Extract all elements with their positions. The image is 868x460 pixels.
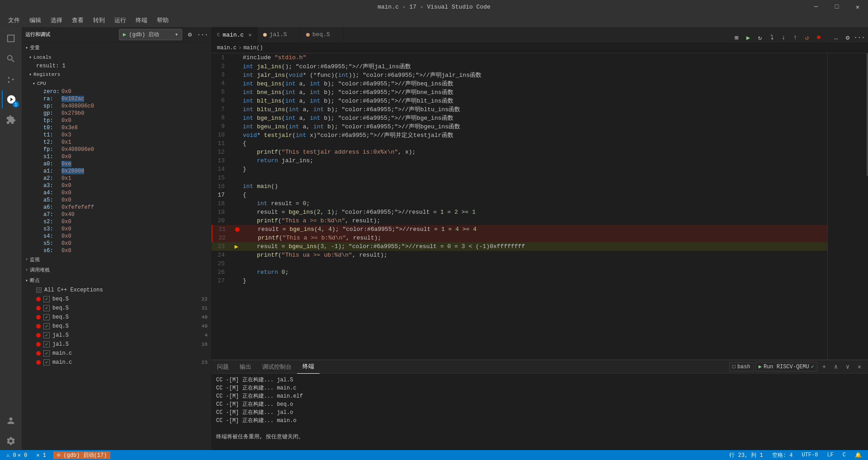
debug-config-selector[interactable]: ▶ (gdb) 启动 ▾ — [119, 29, 182, 40]
status-feedback[interactable]: 🔔 — [853, 452, 863, 459]
split-editor-btn[interactable]: ⚙ — [843, 33, 853, 42]
panel-up-btn[interactable]: ∧ — [831, 362, 841, 372]
breakpoint-checkbox[interactable]: ✓ — [43, 341, 50, 347]
menu-help[interactable]: 帮助 — [153, 14, 172, 26]
breakpoint-item[interactable]: ✓ beq.S 31 — [25, 304, 211, 313]
panel-tab-debug-console[interactable]: 调试控制台 — [257, 360, 297, 374]
breakpoint-checkbox[interactable]: ✓ — [43, 323, 50, 329]
all-cpp-exceptions[interactable]: □ All C++ Exceptions — [25, 286, 211, 295]
breakpoint-item[interactable]: ✓ beq.S 22 — [25, 295, 211, 304]
breadcrumb-file[interactable]: main.c — [217, 45, 236, 51]
menu-file[interactable]: 文件 — [5, 14, 24, 26]
tab-jal-s[interactable]: jal.S ✕ — [258, 27, 301, 42]
breakpoint-item[interactable]: ✓ main.c — [25, 349, 211, 358]
breakpoint-item[interactable]: ✓ main.c 23 — [25, 358, 211, 367]
panel-tab-output[interactable]: 输出 — [234, 360, 257, 374]
debug-more-btn[interactable]: ··· — [198, 30, 208, 40]
activity-source-control[interactable] — [2, 70, 20, 88]
breakpoint-item[interactable]: ✓ beq.S 49 — [25, 322, 211, 331]
riscv-task[interactable]: ▶ Run RISCV-QEMU ✓ — [755, 362, 817, 371]
breakpoint-item[interactable]: ✓ beq.S 40 — [25, 313, 211, 322]
watch-header[interactable]: › 监视 — [22, 254, 211, 265]
breakpoint-checkbox[interactable]: ✓ — [43, 350, 50, 357]
status-line-ending[interactable]: LF — [825, 452, 835, 458]
locals-header[interactable]: ▾ Locals — [25, 53, 211, 62]
activity-explorer[interactable] — [2, 29, 20, 47]
status-spaces[interactable]: 空格: 4 — [770, 451, 795, 459]
activity-extensions[interactable] — [2, 111, 20, 129]
line-content: result = bge_ins(2, 1); "color:#6a9955;"… — [241, 209, 827, 216]
terminal-line: > Executing task: echo Starting RISCV-QE… — [216, 449, 863, 450]
open-editors-btn[interactable]: … — [831, 33, 841, 42]
activity-settings[interactable] — [2, 432, 20, 450]
status-line-col[interactable]: 行 23, 列 1 — [727, 451, 764, 459]
variables-header[interactable]: ▾ 变量 — [22, 42, 211, 53]
callstack-header[interactable]: › 调用堆栈 — [22, 265, 211, 275]
tab-main-c[interactable]: C main.c ✕ — [212, 27, 258, 42]
registers-header[interactable]: ▾ Registers — [25, 70, 211, 79]
terminal-content[interactable]: CC -[M] 正在构建... jal.SCC -[M] 正在构建... mai… — [212, 374, 868, 450]
tab-beq-s[interactable]: beq.S ✕ — [301, 27, 344, 42]
breakpoint-checkbox[interactable]: ✓ — [43, 296, 50, 302]
code-editor[interactable]: 1#include "stdio.h"2int jal_ins(); "colo… — [212, 53, 827, 360]
breakpoint-item[interactable]: ✓ jal.S 16 — [25, 340, 211, 349]
menu-edit[interactable]: 编辑 — [26, 14, 45, 26]
panel-tab-problems[interactable]: 问题 — [212, 360, 234, 374]
activity-accounts[interactable] — [2, 412, 20, 430]
panel-close-btn[interactable]: ✕ — [854, 362, 864, 372]
tab-label-main-c: main.c — [223, 32, 244, 38]
panel-add-btn[interactable]: + — [819, 362, 829, 372]
tab-close-beq-s[interactable]: ✕ — [335, 31, 338, 38]
line-content — [241, 174, 827, 181]
code-line-3: 3int jalr_ins(void* (*func)(int)); "colo… — [212, 70, 827, 79]
activity-debug[interactable]: 1 — [2, 90, 20, 108]
minimize-button[interactable]: ─ — [806, 0, 826, 14]
line-number: 23 — [212, 243, 232, 250]
panel-down-btn[interactable]: ∨ — [843, 362, 853, 372]
activity-search[interactable] — [2, 50, 20, 68]
status-language[interactable]: C — [841, 452, 848, 458]
debug-split-btn[interactable]: ⊞ — [731, 33, 741, 42]
bash-terminal[interactable]: □ bash — [729, 362, 754, 371]
breakpoint-checkbox[interactable]: ✓ — [43, 305, 50, 311]
breadcrumb-symbol[interactable]: main() — [243, 45, 263, 51]
code-line-9: 9int bgeu_ins(int a, int b); "color:#6a9… — [212, 122, 827, 131]
all-cpp-checkbox[interactable]: □ — [36, 287, 42, 293]
menu-view[interactable]: 查看 — [68, 14, 87, 26]
status-right: 行 23, 列 1 空格: 4 UTF-8 LF C 🔔 — [727, 451, 863, 459]
menu-run[interactable]: 运行 — [111, 14, 130, 26]
debug-hot-code-btn[interactable]: ↺ — [802, 33, 812, 42]
debug-stop-btn[interactable]: ■ — [814, 33, 824, 42]
more-actions-btn[interactable]: ··· — [854, 33, 864, 42]
debug-step-out-btn[interactable]: ↑ — [790, 33, 800, 42]
code-line-22: 22 printf("This a >= b:%d\n", result); — [212, 234, 827, 242]
cpu-header[interactable]: ▾ CPU — [29, 79, 211, 88]
status-encoding[interactable]: UTF-8 — [800, 452, 820, 458]
breakpoint-checkbox[interactable]: ✓ — [43, 314, 50, 320]
status-errors-warnings[interactable]: ⚠ 0 ✕ 0 — [5, 452, 29, 459]
breakpoint-checkbox[interactable]: ✓ — [43, 359, 50, 366]
restore-button[interactable]: □ — [826, 0, 847, 14]
breakpoints-header[interactable]: ▾ 断点 — [22, 275, 211, 286]
debug-step-over-btn[interactable]: ⤵ — [767, 33, 777, 42]
breakpoint-item[interactable]: ✓ jal.S 4 — [25, 331, 211, 340]
close-button[interactable]: ✕ — [847, 0, 868, 14]
status-debug-session[interactable]: ⊙ (gdb) 启动(17) — [53, 451, 110, 459]
code-line-10: 10void* testjalr(int x)"color:#6a9955;">… — [212, 131, 827, 139]
debug-continue-btn[interactable]: ▶ — [743, 33, 753, 42]
menu-select[interactable]: 选择 — [47, 14, 66, 26]
debug-step-into-btn[interactable]: ↓ — [778, 33, 788, 42]
panel-tab-terminal[interactable]: 终端 — [297, 360, 320, 374]
line-number: 27 — [212, 277, 232, 284]
tab-close-jal-s[interactable]: ✕ — [292, 31, 295, 38]
menu-terminal[interactable]: 终端 — [132, 14, 151, 26]
debug-restart-btn[interactable]: ↻ — [755, 33, 765, 42]
reg-item: t0:0x3e8 — [29, 124, 211, 131]
breakpoint-checkbox[interactable]: ✓ — [43, 332, 50, 338]
status-close[interactable]: ✕ 1 — [34, 452, 48, 459]
tab-close-main-c[interactable]: ✕ — [248, 32, 251, 38]
reg-item: sp:0x408006c0 — [29, 103, 211, 110]
line-number: 20 — [212, 217, 232, 224]
menu-goto[interactable]: 转到 — [90, 14, 108, 26]
debug-settings-btn[interactable]: ⚙ — [185, 30, 195, 40]
